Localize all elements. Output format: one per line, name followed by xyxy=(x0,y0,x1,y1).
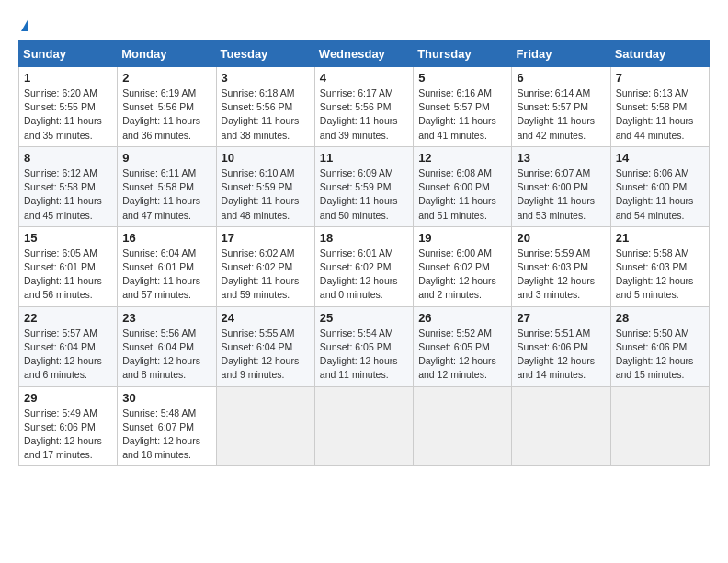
calendar-cell: 27Sunrise: 5:51 AMSunset: 6:06 PMDayligh… xyxy=(512,306,610,386)
calendar-cell: 12Sunrise: 6:08 AMSunset: 6:00 PMDayligh… xyxy=(414,146,512,226)
day-detail: Sunrise: 6:08 AMSunset: 6:00 PMDaylight:… xyxy=(418,167,506,223)
calendar-cell: 6Sunrise: 6:14 AMSunset: 5:57 PMDaylight… xyxy=(512,67,610,147)
day-number: 7 xyxy=(616,71,704,85)
day-number: 9 xyxy=(122,151,210,165)
day-detail: Sunrise: 6:18 AMSunset: 5:56 PMDaylight:… xyxy=(222,86,310,143)
day-detail: Sunrise: 5:49 AMSunset: 6:06 PMDaylight:… xyxy=(24,407,112,463)
page-header xyxy=(18,18,710,31)
day-detail: Sunrise: 5:57 AMSunset: 6:04 PMDaylight:… xyxy=(24,327,112,383)
day-number: 29 xyxy=(24,391,112,405)
calendar-cell: 30Sunrise: 5:48 AMSunset: 6:07 PMDayligh… xyxy=(118,386,216,466)
day-number: 22 xyxy=(24,311,112,325)
day-number: 1 xyxy=(24,71,112,85)
day-number: 25 xyxy=(320,311,408,325)
calendar-cell: 1Sunrise: 6:20 AMSunset: 5:55 PMDaylight… xyxy=(19,67,118,147)
calendar-cell xyxy=(610,386,709,466)
day-number: 2 xyxy=(122,71,210,85)
day-number: 19 xyxy=(418,231,506,245)
day-detail: Sunrise: 6:14 AMSunset: 5:57 PMDaylight:… xyxy=(517,86,605,143)
calendar-table: SundayMondayTuesdayWednesdayThursdayFrid… xyxy=(18,40,710,466)
day-detail: Sunrise: 6:00 AMSunset: 6:02 PMDaylight:… xyxy=(418,247,506,303)
day-number: 28 xyxy=(616,311,704,325)
header-monday: Monday xyxy=(118,41,216,67)
calendar-cell: 24Sunrise: 5:55 AMSunset: 6:04 PMDayligh… xyxy=(216,306,314,386)
day-detail: Sunrise: 6:17 AMSunset: 5:56 PMDaylight:… xyxy=(320,86,408,143)
day-detail: Sunrise: 6:07 AMSunset: 6:00 PMDaylight:… xyxy=(517,167,605,223)
day-detail: Sunrise: 6:11 AMSunset: 5:58 PMDaylight:… xyxy=(122,167,210,223)
day-number: 13 xyxy=(517,151,605,165)
day-detail: Sunrise: 5:58 AMSunset: 6:03 PMDaylight:… xyxy=(616,247,704,303)
day-detail: Sunrise: 5:52 AMSunset: 6:05 PMDaylight:… xyxy=(418,327,506,383)
header-friday: Friday xyxy=(512,41,610,67)
day-detail: Sunrise: 5:48 AMSunset: 6:07 PMDaylight:… xyxy=(122,407,210,463)
day-detail: Sunrise: 5:50 AMSunset: 6:06 PMDaylight:… xyxy=(616,327,704,383)
day-number: 14 xyxy=(616,151,704,165)
header-wednesday: Wednesday xyxy=(314,41,413,67)
day-number: 26 xyxy=(418,311,506,325)
day-detail: Sunrise: 6:06 AMSunset: 6:00 PMDaylight:… xyxy=(616,167,704,223)
day-number: 27 xyxy=(517,311,605,325)
calendar-cell: 19Sunrise: 6:00 AMSunset: 6:02 PMDayligh… xyxy=(414,226,512,306)
calendar-cell: 9Sunrise: 6:11 AMSunset: 5:58 PMDaylight… xyxy=(118,146,216,226)
day-detail: Sunrise: 6:12 AMSunset: 5:58 PMDaylight:… xyxy=(24,167,112,223)
calendar-cell: 16Sunrise: 6:04 AMSunset: 6:01 PMDayligh… xyxy=(118,226,216,306)
day-detail: Sunrise: 6:19 AMSunset: 5:56 PMDaylight:… xyxy=(122,86,210,143)
calendar-week-3: 15Sunrise: 6:05 AMSunset: 6:01 PMDayligh… xyxy=(19,226,710,306)
calendar-cell: 4Sunrise: 6:17 AMSunset: 5:56 PMDaylight… xyxy=(314,67,413,147)
day-detail: Sunrise: 5:56 AMSunset: 6:04 PMDaylight:… xyxy=(122,327,210,383)
calendar-cell: 3Sunrise: 6:18 AMSunset: 5:56 PMDaylight… xyxy=(216,67,314,147)
day-detail: Sunrise: 5:51 AMSunset: 6:06 PMDaylight:… xyxy=(517,327,605,383)
calendar-cell xyxy=(314,386,413,466)
calendar-cell: 21Sunrise: 5:58 AMSunset: 6:03 PMDayligh… xyxy=(610,226,709,306)
day-number: 21 xyxy=(616,231,704,245)
day-detail: Sunrise: 6:01 AMSunset: 6:02 PMDaylight:… xyxy=(320,247,408,303)
day-number: 24 xyxy=(222,311,310,325)
day-number: 15 xyxy=(24,231,112,245)
calendar-cell: 26Sunrise: 5:52 AMSunset: 6:05 PMDayligh… xyxy=(414,306,512,386)
day-detail: Sunrise: 6:09 AMSunset: 5:59 PMDaylight:… xyxy=(320,167,408,223)
day-number: 11 xyxy=(320,151,408,165)
calendar-cell xyxy=(512,386,610,466)
header-sunday: Sunday xyxy=(19,41,118,67)
calendar-cell xyxy=(414,386,512,466)
calendar-cell: 22Sunrise: 5:57 AMSunset: 6:04 PMDayligh… xyxy=(19,306,118,386)
day-detail: Sunrise: 5:54 AMSunset: 6:05 PMDaylight:… xyxy=(320,327,408,383)
calendar-cell: 2Sunrise: 6:19 AMSunset: 5:56 PMDaylight… xyxy=(118,67,216,147)
header-thursday: Thursday xyxy=(414,41,512,67)
day-number: 17 xyxy=(222,231,310,245)
calendar-cell: 8Sunrise: 6:12 AMSunset: 5:58 PMDaylight… xyxy=(19,146,118,226)
calendar-cell: 29Sunrise: 5:49 AMSunset: 6:06 PMDayligh… xyxy=(19,386,118,466)
day-number: 30 xyxy=(122,391,210,405)
day-detail: Sunrise: 6:20 AMSunset: 5:55 PMDaylight:… xyxy=(24,86,112,143)
day-number: 16 xyxy=(122,231,210,245)
day-number: 23 xyxy=(122,311,210,325)
calendar-body: 1Sunrise: 6:20 AMSunset: 5:55 PMDaylight… xyxy=(19,67,710,466)
calendar-cell: 17Sunrise: 6:02 AMSunset: 6:02 PMDayligh… xyxy=(216,226,314,306)
day-number: 6 xyxy=(517,71,605,85)
calendar-cell xyxy=(216,386,314,466)
day-detail: Sunrise: 6:05 AMSunset: 6:01 PMDaylight:… xyxy=(24,247,112,303)
calendar-header-row: SundayMondayTuesdayWednesdayThursdayFrid… xyxy=(19,41,710,67)
calendar-week-2: 8Sunrise: 6:12 AMSunset: 5:58 PMDaylight… xyxy=(19,146,710,226)
calendar-cell: 20Sunrise: 5:59 AMSunset: 6:03 PMDayligh… xyxy=(512,226,610,306)
calendar-cell: 15Sunrise: 6:05 AMSunset: 6:01 PMDayligh… xyxy=(19,226,118,306)
day-number: 12 xyxy=(418,151,506,165)
calendar-cell: 11Sunrise: 6:09 AMSunset: 5:59 PMDayligh… xyxy=(314,146,413,226)
calendar-cell: 23Sunrise: 5:56 AMSunset: 6:04 PMDayligh… xyxy=(118,306,216,386)
day-detail: Sunrise: 6:04 AMSunset: 6:01 PMDaylight:… xyxy=(122,247,210,303)
day-detail: Sunrise: 5:55 AMSunset: 6:04 PMDaylight:… xyxy=(222,327,310,383)
calendar-week-4: 22Sunrise: 5:57 AMSunset: 6:04 PMDayligh… xyxy=(19,306,710,386)
day-detail: Sunrise: 6:16 AMSunset: 5:57 PMDaylight:… xyxy=(418,86,506,143)
day-number: 8 xyxy=(24,151,112,165)
day-number: 18 xyxy=(320,231,408,245)
day-detail: Sunrise: 6:10 AMSunset: 5:59 PMDaylight:… xyxy=(222,167,310,223)
calendar-week-1: 1Sunrise: 6:20 AMSunset: 5:55 PMDaylight… xyxy=(19,67,710,147)
day-number: 20 xyxy=(517,231,605,245)
calendar-cell: 10Sunrise: 6:10 AMSunset: 5:59 PMDayligh… xyxy=(216,146,314,226)
calendar-cell: 7Sunrise: 6:13 AMSunset: 5:58 PMDaylight… xyxy=(610,67,709,147)
calendar-week-5: 29Sunrise: 5:49 AMSunset: 6:06 PMDayligh… xyxy=(19,386,710,466)
logo-icon xyxy=(21,18,28,31)
calendar-cell: 13Sunrise: 6:07 AMSunset: 6:00 PMDayligh… xyxy=(512,146,610,226)
day-detail: Sunrise: 5:59 AMSunset: 6:03 PMDaylight:… xyxy=(517,247,605,303)
header-tuesday: Tuesday xyxy=(216,41,314,67)
